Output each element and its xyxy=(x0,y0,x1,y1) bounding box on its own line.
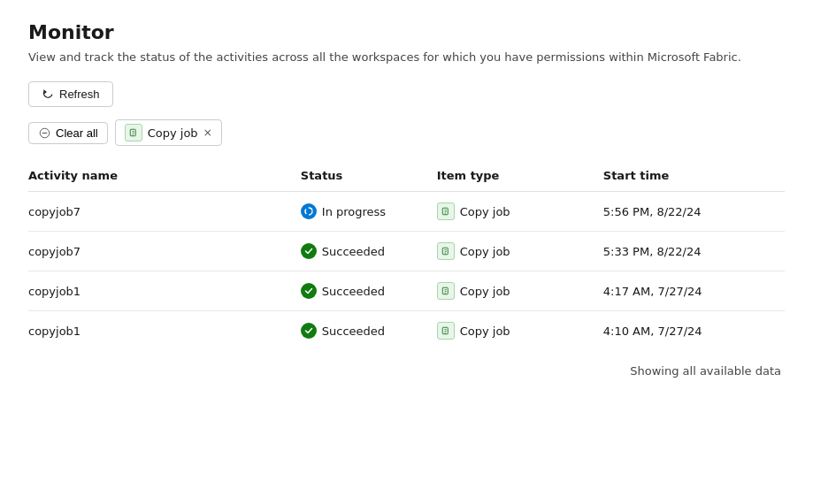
status-succeeded-icon xyxy=(301,283,317,299)
copy-job-type-icon xyxy=(437,242,455,260)
start-time-cell: 5:56 PM, 8/22/24 xyxy=(603,192,785,232)
item-type-cell: Copy job xyxy=(437,192,603,232)
start-time-cell: 4:10 AM, 7/27/24 xyxy=(603,311,785,351)
activity-name-cell: copyjob7 xyxy=(28,192,301,232)
status-label: In progress xyxy=(322,205,386,218)
copy-job-type-icon xyxy=(437,322,455,340)
item-type-cell: Copy job xyxy=(437,311,603,351)
copy-job-type-icon xyxy=(437,282,455,300)
copy-job-type-icon xyxy=(437,202,455,220)
showing-all-data-text: Showing all available data xyxy=(28,364,785,378)
clear-all-button[interactable]: Clear all xyxy=(28,122,108,144)
svg-point-3 xyxy=(305,208,312,215)
refresh-button[interactable]: Refresh xyxy=(28,81,113,107)
status-cell: Succeeded xyxy=(301,271,437,311)
page-title: Monitor xyxy=(28,21,785,43)
item-type-label: Copy job xyxy=(460,205,510,218)
table-row[interactable]: copyjob7In progressCopy job5:56 PM, 8/22… xyxy=(28,192,785,232)
chip-close-icon[interactable]: × xyxy=(203,126,212,139)
col-header-item-type: Item type xyxy=(437,162,603,192)
activity-name-cell: copyjob1 xyxy=(28,271,301,311)
table-row[interactable]: copyjob1SucceededCopy job4:10 AM, 7/27/2… xyxy=(28,311,785,351)
table-row[interactable]: copyjob7SucceededCopy job5:33 PM, 8/22/2… xyxy=(28,232,785,271)
status-label: Succeeded xyxy=(322,285,385,298)
copy-job-filter-chip[interactable]: Copy job × xyxy=(115,119,222,146)
start-time-cell: 5:33 PM, 8/22/24 xyxy=(603,232,785,271)
refresh-label: Refresh xyxy=(59,88,100,101)
item-type-label: Copy job xyxy=(460,285,510,298)
copy-job-chip-icon xyxy=(125,124,142,141)
activity-table: Activity name Status Item type Start tim… xyxy=(28,162,785,350)
col-header-activity-name: Activity name xyxy=(28,162,301,192)
start-time-cell: 4:17 AM, 7/27/24 xyxy=(603,271,785,311)
item-type-cell: Copy job xyxy=(437,232,603,271)
col-header-status: Status xyxy=(301,162,437,192)
item-type-label: Copy job xyxy=(460,245,510,258)
toolbar: Refresh xyxy=(28,81,785,107)
status-cell: Succeeded xyxy=(301,232,437,271)
status-inprogress-icon xyxy=(301,203,317,219)
filter-bar: Clear all Copy job × xyxy=(28,119,785,146)
item-type-label: Copy job xyxy=(460,325,510,338)
activity-name-cell: copyjob7 xyxy=(28,232,301,271)
page-subtitle: View and track the status of the activit… xyxy=(28,50,785,64)
clear-all-label: Clear all xyxy=(56,126,98,140)
status-succeeded-icon xyxy=(301,243,317,259)
copy-job-chip-label: Copy job xyxy=(148,126,198,140)
status-cell: Succeeded xyxy=(301,311,437,351)
status-label: Succeeded xyxy=(322,325,385,338)
table-row[interactable]: copyjob1SucceededCopy job4:17 AM, 7/27/2… xyxy=(28,271,785,311)
clear-icon xyxy=(38,126,50,139)
status-cell: In progress xyxy=(301,192,437,232)
col-header-start-time: Start time xyxy=(603,162,785,192)
refresh-icon xyxy=(42,88,54,101)
item-type-cell: Copy job xyxy=(437,271,603,311)
status-label: Succeeded xyxy=(322,245,385,258)
status-succeeded-icon xyxy=(301,323,317,339)
activity-name-cell: copyjob1 xyxy=(28,311,301,351)
